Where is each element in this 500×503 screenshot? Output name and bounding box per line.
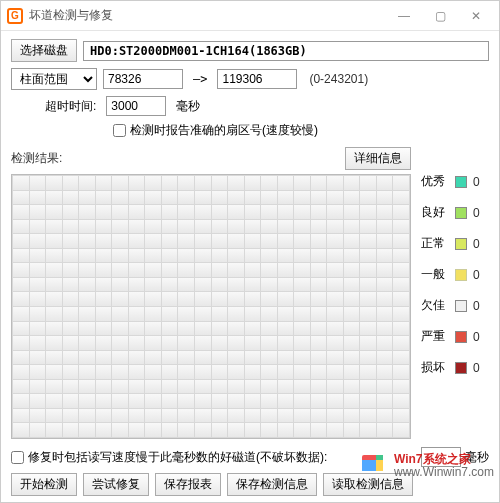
grid-cell xyxy=(30,292,46,306)
detail-button[interactable]: 详细信息 xyxy=(345,147,411,170)
repair-include-checkbox[interactable] xyxy=(11,451,24,464)
grid-cell xyxy=(261,351,277,365)
grid-cell xyxy=(344,423,360,437)
start-scan-button[interactable]: 开始检测 xyxy=(11,473,77,496)
grid-cell xyxy=(278,220,294,234)
grid-cell xyxy=(13,234,29,248)
grid-cell xyxy=(377,336,393,350)
range-from-input[interactable] xyxy=(103,69,183,89)
select-disk-button[interactable]: 选择磁盘 xyxy=(11,39,77,62)
grid-cell xyxy=(162,220,178,234)
grid-cell xyxy=(245,292,261,306)
grid-cell xyxy=(327,249,343,263)
grid-cell xyxy=(178,336,194,350)
grid-cell xyxy=(393,351,409,365)
swatch-general xyxy=(455,269,467,281)
grid-cell xyxy=(393,409,409,423)
grid-cell xyxy=(13,322,29,336)
grid-cell xyxy=(245,234,261,248)
range-to-input[interactable] xyxy=(217,69,297,89)
grid-cell xyxy=(311,394,327,408)
grid-cell xyxy=(46,336,62,350)
legend-poor: 欠佳 0 xyxy=(421,297,489,314)
grid-cell xyxy=(129,307,145,321)
repair-threshold-input[interactable] xyxy=(421,447,461,467)
grid-cell xyxy=(96,278,112,292)
range-mode-select[interactable]: 柱面范围 xyxy=(11,68,97,90)
grid-cell xyxy=(79,351,95,365)
grid-cell xyxy=(30,380,46,394)
grid-cell xyxy=(278,322,294,336)
grid-cell xyxy=(245,278,261,292)
grid-cell xyxy=(278,423,294,437)
grid-cell xyxy=(393,365,409,379)
grid-cell xyxy=(96,322,112,336)
accurate-checkbox[interactable] xyxy=(113,124,126,137)
grid-cell xyxy=(79,249,95,263)
grid-cell xyxy=(63,220,79,234)
grid-cell xyxy=(162,394,178,408)
grid-cell xyxy=(245,365,261,379)
grid-cell xyxy=(79,191,95,205)
grid-header: 检测结果: 详细信息 xyxy=(11,147,411,170)
grid-cell xyxy=(228,351,244,365)
grid-cell xyxy=(261,176,277,190)
grid-cell xyxy=(129,263,145,277)
grid-cell xyxy=(228,292,244,306)
grid-cell xyxy=(30,191,46,205)
grid-cell xyxy=(212,322,228,336)
grid-cell xyxy=(162,380,178,394)
swatch-normal xyxy=(455,238,467,250)
grid-cell xyxy=(360,336,376,350)
grid-cell xyxy=(46,220,62,234)
grid-cell xyxy=(63,322,79,336)
grid-cell xyxy=(79,234,95,248)
grid-cell xyxy=(112,249,128,263)
grid-cell xyxy=(79,176,95,190)
grid-cell xyxy=(212,365,228,379)
grid-cell xyxy=(145,322,161,336)
close-button[interactable]: ✕ xyxy=(459,4,493,28)
grid-cell xyxy=(145,394,161,408)
grid-cell xyxy=(212,351,228,365)
grid-cell xyxy=(96,263,112,277)
grid-cell xyxy=(344,176,360,190)
grid-cell xyxy=(228,191,244,205)
grid-cell xyxy=(261,205,277,219)
grid-cell xyxy=(30,409,46,423)
grid-cell xyxy=(129,409,145,423)
grid-cell xyxy=(327,205,343,219)
minimize-button[interactable]: — xyxy=(387,4,421,28)
maximize-button[interactable]: ▢ xyxy=(423,4,457,28)
grid-cell xyxy=(96,234,112,248)
grid-cell xyxy=(195,423,211,437)
timeout-label: 超时时间: xyxy=(45,98,96,115)
grid-cell xyxy=(96,307,112,321)
grid-cell xyxy=(311,292,327,306)
timeout-input[interactable] xyxy=(106,96,166,116)
grid-cell xyxy=(178,263,194,277)
grid-cell xyxy=(377,220,393,234)
grid-cell xyxy=(212,409,228,423)
swatch-excellent xyxy=(455,176,467,188)
try-repair-button[interactable]: 尝试修复 xyxy=(83,473,149,496)
grid-cell xyxy=(178,249,194,263)
grid-cell xyxy=(311,307,327,321)
grid-cell xyxy=(13,263,29,277)
grid-cell xyxy=(46,292,62,306)
grid-cell xyxy=(79,409,95,423)
grid-cell xyxy=(129,249,145,263)
grid-cell xyxy=(278,307,294,321)
save-info-button[interactable]: 保存检测信息 xyxy=(227,473,317,496)
read-info-button[interactable]: 读取检测信息 xyxy=(323,473,413,496)
grid-cell xyxy=(294,249,310,263)
grid-cell xyxy=(245,322,261,336)
grid-cell xyxy=(261,336,277,350)
grid-cell xyxy=(96,409,112,423)
grid-cell xyxy=(327,234,343,248)
save-report-button[interactable]: 保存报表 xyxy=(155,473,221,496)
grid-cell xyxy=(311,263,327,277)
grid-cell xyxy=(96,394,112,408)
grid-cell xyxy=(30,423,46,437)
grid-cell xyxy=(112,380,128,394)
